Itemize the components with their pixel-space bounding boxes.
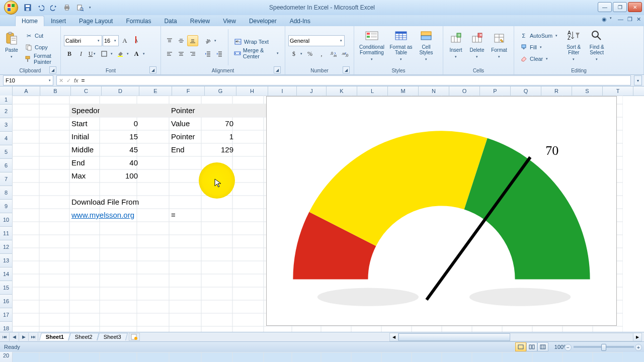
row-header[interactable]: 4	[0, 132, 13, 145]
column-header[interactable]: O	[449, 86, 480, 96]
name-box[interactable]: F10▾	[3, 75, 53, 85]
increase-indent-button[interactable]	[214, 48, 225, 59]
undo-icon[interactable]	[35, 2, 46, 13]
row-header[interactable]: 2	[0, 105, 13, 118]
column-header[interactable]: A	[13, 86, 40, 96]
horizontal-scrollbar[interactable]: ◀ ▶	[389, 333, 642, 341]
row-header[interactable]: 5	[0, 145, 13, 159]
tab-data[interactable]: Data	[157, 16, 183, 26]
minimize-ribbon-button[interactable]: —	[618, 16, 623, 23]
percent-format-button[interactable]: %	[304, 48, 315, 59]
zoom-in-button[interactable]: +	[635, 344, 642, 351]
row-header[interactable]: 13	[0, 254, 13, 267]
new-sheet-button[interactable]	[129, 333, 140, 341]
wrap-text-button[interactable]: abWrap Text	[231, 36, 282, 47]
align-middle-button[interactable]	[176, 35, 187, 46]
maximize-button[interactable]: ❐	[613, 2, 627, 12]
row-header[interactable]: 3	[0, 118, 13, 132]
first-sheet-button[interactable]: ⏮	[0, 333, 10, 341]
cell[interactable]: 40	[100, 156, 140, 169]
zoom-out-button[interactable]: −	[565, 344, 572, 351]
column-header[interactable]: J	[297, 86, 327, 96]
align-left-button[interactable]	[164, 48, 175, 59]
number-format-combo[interactable]: General▾	[288, 35, 345, 46]
column-header[interactable]: Q	[511, 86, 541, 96]
cell[interactable]: Download File From	[69, 196, 174, 209]
fill-color-button[interactable]	[115, 48, 126, 59]
cell[interactable]: 0	[100, 117, 140, 130]
format-cells-button[interactable]: Format▾	[489, 27, 510, 62]
restore-workbook-button[interactable]: ❐	[627, 16, 632, 23]
cell[interactable]: Middle	[69, 143, 103, 156]
row-header[interactable]: 7	[0, 172, 13, 186]
row-header[interactable]: 14	[0, 267, 13, 281]
cell[interactable]: 100	[100, 169, 140, 183]
expand-formula-bar-button[interactable]: ▾	[634, 75, 642, 85]
align-center-button[interactable]	[176, 48, 187, 59]
redo-icon[interactable]	[48, 2, 59, 13]
cell[interactable]: Start	[69, 117, 103, 130]
sheet-tab[interactable]: Sheet1	[39, 333, 70, 340]
font-size-combo[interactable]: 16▾	[103, 35, 119, 46]
page-layout-view-button[interactable]	[526, 342, 537, 351]
scroll-left-button[interactable]: ◀	[390, 333, 398, 341]
orientation-button[interactable]: ab	[202, 35, 213, 46]
column-header[interactable]: E	[139, 86, 172, 96]
number-launcher[interactable]: ◢	[343, 66, 350, 73]
cell[interactable]: 1	[201, 130, 235, 143]
prev-sheet-button[interactable]: ◀	[10, 333, 19, 341]
align-top-button[interactable]	[164, 35, 175, 46]
zoom-slider[interactable]	[574, 346, 634, 348]
column-header[interactable]: L	[357, 86, 388, 96]
next-sheet-button[interactable]: ▶	[19, 333, 29, 341]
column-header[interactable]: B	[40, 86, 71, 96]
row-header[interactable]: 15	[0, 281, 13, 295]
italic-button[interactable]: I	[75, 48, 87, 59]
comma-format-button[interactable]: ,	[316, 48, 327, 59]
column-header[interactable]: N	[419, 86, 449, 96]
cell[interactable]: Max	[69, 169, 103, 183]
cell[interactable]: 70	[201, 117, 235, 130]
select-all-button[interactable]	[0, 86, 13, 96]
chart-object[interactable]: 70	[266, 96, 617, 326]
column-header[interactable]: S	[572, 86, 603, 96]
borders-button[interactable]	[99, 48, 110, 59]
insert-cells-button[interactable]: +Insert▾	[446, 27, 465, 62]
alignment-launcher[interactable]: ◢	[274, 66, 281, 73]
minimize-button[interactable]: —	[598, 2, 612, 12]
tab-home[interactable]: Home	[15, 16, 44, 26]
decrease-decimal-button[interactable]: .00.0	[339, 48, 350, 59]
find-select-button[interactable]: Find & Select▾	[586, 27, 607, 62]
row-header[interactable]: 16	[0, 295, 13, 308]
tab-review[interactable]: Review	[184, 16, 216, 26]
column-header[interactable]: M	[388, 86, 419, 96]
font-launcher[interactable]: ◢	[149, 66, 156, 73]
sheet-tab[interactable]: Sheet3	[97, 333, 128, 340]
tab-insert[interactable]: Insert	[44, 16, 72, 26]
cell[interactable]: 45	[100, 143, 140, 156]
row-header[interactable]: 1	[0, 96, 13, 105]
cell[interactable]: Value	[169, 117, 204, 130]
column-header[interactable]: I	[268, 86, 297, 96]
tab-add-ins[interactable]: Add-Ins	[283, 16, 317, 26]
fx-icon[interactable]: fx	[74, 77, 78, 83]
cell[interactable]: 129	[201, 143, 235, 156]
scroll-right-button[interactable]: ▶	[633, 333, 641, 341]
last-sheet-button[interactable]: ⏭	[29, 333, 38, 341]
clipboard-launcher[interactable]: ◢	[49, 66, 56, 73]
tab-developer[interactable]: Developer	[243, 16, 283, 26]
column-header[interactable]: C	[71, 86, 102, 96]
autosum-button[interactable]: ΣAutoSum▾	[517, 30, 561, 41]
page-break-view-button[interactable]	[537, 342, 548, 351]
cut-button[interactable]: ✂Cut	[22, 30, 57, 41]
cell[interactable]: End	[69, 156, 103, 169]
format-painter-button[interactable]: Format Painter	[22, 53, 57, 64]
row-header[interactable]: 6	[0, 159, 13, 172]
close-workbook-button[interactable]: ✕	[636, 16, 641, 23]
cell[interactable]: Initial	[69, 130, 103, 143]
cell[interactable]	[100, 104, 172, 117]
underline-button[interactable]: U▾	[87, 48, 98, 59]
cell[interactable]: Pointer	[169, 130, 204, 143]
row-header[interactable]: 11	[0, 227, 13, 240]
tab-formulas[interactable]: Formulas	[119, 16, 157, 26]
